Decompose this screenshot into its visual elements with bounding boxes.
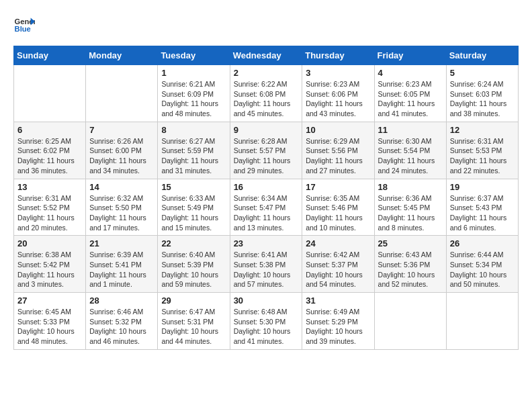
calendar-cell: 12Sunrise: 6:31 AMSunset: 5:53 PMDayligh…: [446, 122, 518, 179]
calendar-cell: 24Sunrise: 6:42 AMSunset: 5:37 PMDayligh…: [302, 236, 374, 293]
calendar-cell: 1Sunrise: 6:21 AMSunset: 6:09 PMDaylight…: [158, 65, 230, 122]
calendar-cell: 29Sunrise: 6:47 AMSunset: 5:31 PMDayligh…: [158, 293, 230, 350]
day-info: Sunrise: 6:34 AMSunset: 5:47 PMDaylight:…: [234, 193, 299, 233]
day-number: 16: [234, 182, 299, 192]
day-number: 30: [234, 295, 299, 306]
calendar-cell: 7Sunrise: 6:26 AMSunset: 6:00 PMDaylight…: [86, 122, 158, 179]
day-number: 31: [306, 295, 370, 306]
calendar-cell: [374, 293, 446, 350]
logo-icon: General Blue: [13, 13, 35, 35]
day-number: 11: [378, 125, 443, 135]
day-info: Sunrise: 6:31 AMSunset: 5:52 PMDaylight:…: [17, 193, 82, 233]
page-header: General Blue: [13, 13, 519, 35]
day-number: 6: [17, 125, 82, 135]
day-number: 15: [161, 182, 226, 192]
day-info: Sunrise: 6:23 AMSunset: 6:06 PMDaylight:…: [306, 79, 370, 119]
day-info: Sunrise: 6:37 AMSunset: 5:43 PMDaylight:…: [450, 193, 515, 233]
day-info: Sunrise: 6:27 AMSunset: 5:59 PMDaylight:…: [161, 136, 226, 176]
weekday-header-thursday: Thursday: [302, 46, 374, 65]
calendar-table: SundayMondayTuesdayWednesdayThursdayFrid…: [13, 46, 519, 350]
calendar-cell: 17Sunrise: 6:35 AMSunset: 5:46 PMDayligh…: [302, 179, 374, 236]
calendar-cell: 14Sunrise: 6:32 AMSunset: 5:50 PMDayligh…: [86, 179, 158, 236]
calendar-week-row: 27Sunrise: 6:45 AMSunset: 5:33 PMDayligh…: [14, 293, 519, 350]
day-number: 13: [17, 182, 82, 192]
calendar-week-row: 13Sunrise: 6:31 AMSunset: 5:52 PMDayligh…: [14, 179, 519, 236]
day-info: Sunrise: 6:28 AMSunset: 5:57 PMDaylight:…: [234, 136, 299, 176]
day-info: Sunrise: 6:41 AMSunset: 5:38 PMDaylight:…: [234, 250, 299, 289]
calendar-cell: 3Sunrise: 6:23 AMSunset: 6:06 PMDaylight…: [302, 65, 374, 122]
calendar-cell: 11Sunrise: 6:30 AMSunset: 5:54 PMDayligh…: [374, 122, 446, 179]
day-number: 26: [450, 238, 515, 248]
calendar-cell: 2Sunrise: 6:22 AMSunset: 6:08 PMDaylight…: [230, 65, 302, 122]
calendar-week-row: 20Sunrise: 6:38 AMSunset: 5:42 PMDayligh…: [14, 236, 519, 293]
day-info: Sunrise: 6:24 AMSunset: 6:03 PMDaylight:…: [450, 79, 515, 119]
day-number: 4: [378, 68, 443, 78]
day-info: Sunrise: 6:36 AMSunset: 5:45 PMDaylight:…: [378, 193, 443, 233]
day-info: Sunrise: 6:22 AMSunset: 6:08 PMDaylight:…: [234, 79, 299, 119]
calendar-cell: [446, 293, 518, 350]
weekday-header-monday: Monday: [86, 46, 158, 65]
day-number: 29: [161, 295, 226, 306]
day-number: 20: [17, 238, 82, 248]
day-info: Sunrise: 6:29 AMSunset: 5:56 PMDaylight:…: [306, 136, 370, 176]
day-number: 22: [161, 238, 226, 248]
day-number: 24: [306, 238, 370, 248]
day-number: 23: [234, 238, 299, 248]
day-info: Sunrise: 6:30 AMSunset: 5:54 PMDaylight:…: [378, 136, 443, 176]
day-info: Sunrise: 6:38 AMSunset: 5:42 PMDaylight:…: [17, 250, 82, 289]
calendar-cell: 8Sunrise: 6:27 AMSunset: 5:59 PMDaylight…: [158, 122, 230, 179]
day-number: 8: [161, 125, 226, 135]
day-info: Sunrise: 6:46 AMSunset: 5:32 PMDaylight:…: [89, 307, 154, 347]
day-number: 2: [234, 68, 299, 78]
day-info: Sunrise: 6:26 AMSunset: 6:00 PMDaylight:…: [89, 136, 154, 176]
calendar-cell: 4Sunrise: 6:23 AMSunset: 6:05 PMDaylight…: [374, 65, 446, 122]
day-info: Sunrise: 6:45 AMSunset: 5:33 PMDaylight:…: [17, 307, 82, 347]
day-info: Sunrise: 6:35 AMSunset: 5:46 PMDaylight:…: [306, 193, 370, 233]
day-info: Sunrise: 6:31 AMSunset: 5:53 PMDaylight:…: [450, 136, 515, 176]
day-number: 7: [89, 125, 154, 135]
calendar-cell: [86, 65, 158, 122]
calendar-cell: [14, 65, 86, 122]
day-info: Sunrise: 6:48 AMSunset: 5:30 PMDaylight:…: [234, 307, 299, 347]
day-number: 1: [161, 68, 226, 78]
calendar-cell: 18Sunrise: 6:36 AMSunset: 5:45 PMDayligh…: [374, 179, 446, 236]
calendar-cell: 30Sunrise: 6:48 AMSunset: 5:30 PMDayligh…: [230, 293, 302, 350]
day-info: Sunrise: 6:25 AMSunset: 6:02 PMDaylight:…: [17, 136, 82, 176]
calendar-cell: 15Sunrise: 6:33 AMSunset: 5:49 PMDayligh…: [158, 179, 230, 236]
calendar-cell: 10Sunrise: 6:29 AMSunset: 5:56 PMDayligh…: [302, 122, 374, 179]
day-number: 19: [450, 182, 515, 192]
weekday-header-tuesday: Tuesday: [158, 46, 230, 65]
day-info: Sunrise: 6:32 AMSunset: 5:50 PMDaylight:…: [89, 193, 154, 233]
day-number: 5: [450, 68, 515, 78]
day-number: 18: [378, 182, 443, 192]
weekday-header-saturday: Saturday: [446, 46, 518, 65]
day-number: 21: [89, 238, 154, 248]
day-number: 9: [234, 125, 299, 135]
svg-text:Blue: Blue: [15, 25, 31, 33]
calendar-cell: 20Sunrise: 6:38 AMSunset: 5:42 PMDayligh…: [14, 236, 86, 293]
calendar-cell: 5Sunrise: 6:24 AMSunset: 6:03 PMDaylight…: [446, 65, 518, 122]
day-info: Sunrise: 6:33 AMSunset: 5:49 PMDaylight:…: [161, 193, 226, 233]
day-number: 25: [378, 238, 443, 248]
day-info: Sunrise: 6:43 AMSunset: 5:36 PMDaylight:…: [378, 250, 443, 289]
day-info: Sunrise: 6:23 AMSunset: 6:05 PMDaylight:…: [378, 79, 443, 119]
calendar-cell: 13Sunrise: 6:31 AMSunset: 5:52 PMDayligh…: [14, 179, 86, 236]
calendar-week-row: 6Sunrise: 6:25 AMSunset: 6:02 PMDaylight…: [14, 122, 519, 179]
day-number: 10: [306, 125, 370, 135]
weekday-header-sunday: Sunday: [14, 46, 86, 65]
logo: General Blue: [13, 13, 35, 35]
calendar-header-row: SundayMondayTuesdayWednesdayThursdayFrid…: [14, 46, 519, 65]
day-info: Sunrise: 6:44 AMSunset: 5:34 PMDaylight:…: [450, 250, 515, 289]
calendar-cell: 6Sunrise: 6:25 AMSunset: 6:02 PMDaylight…: [14, 122, 86, 179]
day-number: 27: [17, 295, 82, 306]
weekday-header-wednesday: Wednesday: [230, 46, 302, 65]
day-number: 3: [306, 68, 370, 78]
day-info: Sunrise: 6:39 AMSunset: 5:41 PMDaylight:…: [89, 250, 154, 289]
day-info: Sunrise: 6:40 AMSunset: 5:39 PMDaylight:…: [161, 250, 226, 289]
calendar-week-row: 1Sunrise: 6:21 AMSunset: 6:09 PMDaylight…: [14, 65, 519, 122]
day-info: Sunrise: 6:42 AMSunset: 5:37 PMDaylight:…: [306, 250, 370, 289]
day-number: 12: [450, 125, 515, 135]
day-number: 14: [89, 182, 154, 192]
calendar-cell: 26Sunrise: 6:44 AMSunset: 5:34 PMDayligh…: [446, 236, 518, 293]
calendar-cell: 16Sunrise: 6:34 AMSunset: 5:47 PMDayligh…: [230, 179, 302, 236]
